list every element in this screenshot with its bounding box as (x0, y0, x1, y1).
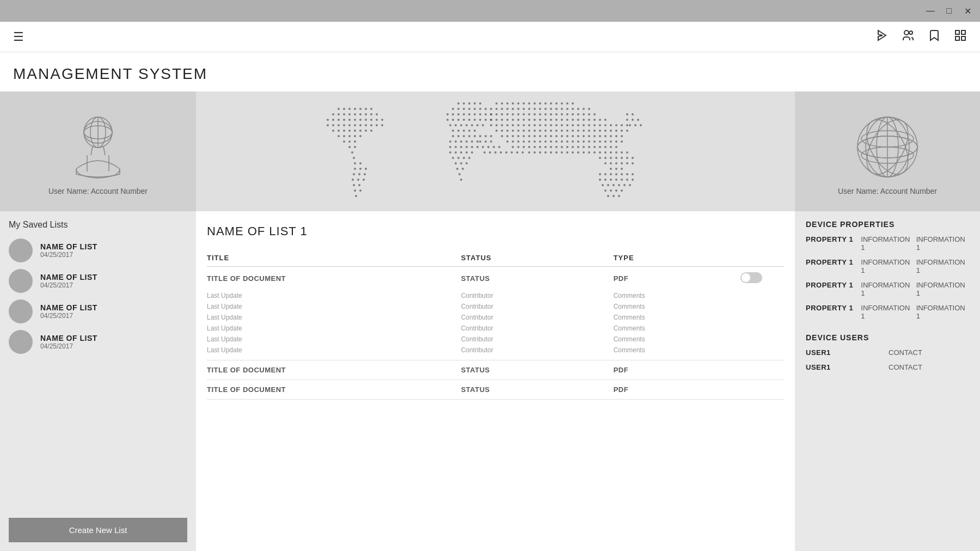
svg-rect-23 (332, 113, 334, 115)
svg-rect-122 (460, 124, 462, 126)
property-info2: INFORMATION 1 (916, 304, 969, 320)
svg-rect-125 (476, 124, 479, 126)
svg-rect-76 (354, 168, 356, 170)
asia (479, 102, 642, 197)
svg-rect-299 (539, 135, 541, 137)
svg-rect-370 (599, 151, 601, 154)
svg-rect-77 (359, 168, 362, 170)
svg-rect-261 (599, 124, 601, 126)
doc-sub-row: Last Update Contributor Comments (207, 323, 784, 334)
svg-rect-279 (561, 130, 563, 132)
list-content: NAME OF LIST 1 TITLE STATUS TYPE TITLE O… (196, 211, 795, 413)
svg-rect-116 (474, 119, 476, 121)
svg-rect-356 (615, 146, 617, 148)
svg-rect-147 (471, 146, 473, 148)
list-item[interactable]: NAME OF LIST 04/25/2017 (9, 238, 187, 262)
svg-rect-185 (517, 108, 519, 110)
svg-rect-144 (455, 146, 457, 148)
device-property-row: PROPERTY 1 INFORMATION 1 INFORMATION 1 (806, 304, 969, 320)
svg-rect-295 (517, 135, 519, 137)
sub-update: Last Update (207, 325, 461, 332)
svg-rect-382 (632, 157, 634, 159)
users-icon[interactable] (902, 29, 915, 45)
svg-rect-314 (621, 135, 623, 137)
svg-rect-293 (506, 135, 509, 137)
list-item-name: NAME OF LIST (40, 303, 97, 312)
svg-rect-237 (588, 119, 590, 121)
list-item[interactable]: NAME OF LIST 04/25/2017 (9, 330, 187, 354)
grid-icon[interactable] (954, 29, 967, 45)
svg-rect-91 (463, 102, 465, 105)
svg-rect-150 (455, 151, 457, 154)
svg-rect-376 (599, 157, 601, 159)
svg-rect-243 (501, 124, 503, 126)
close-button[interactable]: ✕ (961, 5, 973, 17)
svg-rect-365 (572, 151, 574, 154)
svg-rect-240 (604, 119, 607, 121)
svg-rect-250 (539, 124, 541, 126)
svg-rect-57 (348, 130, 351, 132)
svg-rect-300 (544, 135, 547, 137)
doc-title: TITLE OF DOCUMENT (207, 366, 461, 374)
svg-rect-221 (501, 119, 503, 121)
svg-rect-30 (370, 113, 372, 115)
svg-rect-58 (354, 130, 356, 132)
list-item[interactable]: NAME OF LIST 04/25/2017 (9, 269, 187, 293)
list-item[interactable]: NAME OF LIST 04/25/2017 (9, 299, 187, 323)
svg-rect-95 (452, 108, 454, 110)
svg-rect-40 (370, 119, 372, 121)
property-label: PROPERTY 1 (806, 281, 859, 297)
svg-rect-206 (528, 113, 530, 115)
device-users-section: DEVICE USERS USER1 CONTACT USER1 CONTACT (806, 333, 969, 371)
header-right (875, 29, 967, 45)
svg-rect-115 (468, 119, 470, 121)
send-icon[interactable] (875, 29, 889, 45)
property-label: PROPERTY 1 (806, 258, 859, 274)
svg-rect-24 (338, 113, 340, 115)
device-properties-section: DEVICE PROPERTIES PROPERTY 1 INFORMATION… (806, 220, 969, 320)
svg-rect-201 (501, 113, 503, 115)
svg-rect-247 (523, 124, 525, 126)
svg-rect-136 (474, 135, 476, 137)
device-property-row: PROPERTY 1 INFORMATION 1 INFORMATION 1 (806, 281, 969, 297)
svg-rect-402 (615, 179, 617, 181)
svg-rect-262 (604, 124, 607, 126)
svg-rect-158 (455, 162, 457, 164)
svg-rect-108 (479, 113, 481, 115)
svg-rect-51 (370, 124, 372, 126)
svg-rect-236 (583, 119, 585, 121)
svg-point-2 (909, 31, 912, 34)
hamburger-icon[interactable]: ☰ (13, 30, 24, 44)
property-info1: INFORMATION 1 (861, 258, 914, 274)
svg-rect-54 (332, 130, 334, 132)
create-new-list-button[interactable]: Create New List (9, 518, 187, 542)
svg-rect-123 (465, 124, 468, 126)
sub-update: Last Update (207, 335, 461, 343)
minimize-button[interactable]: — (924, 5, 936, 17)
svg-rect-248 (528, 124, 530, 126)
svg-rect-169 (517, 102, 519, 105)
maximize-button[interactable]: □ (943, 5, 955, 17)
svg-rect-159 (460, 162, 462, 164)
svg-rect-73 (353, 157, 355, 159)
svg-rect-60 (365, 130, 367, 132)
svg-rect-444 (640, 124, 642, 126)
toggle-switch[interactable] (740, 272, 762, 283)
svg-rect-345 (555, 146, 558, 148)
svg-rect-79 (353, 173, 355, 175)
svg-rect-181 (495, 108, 498, 110)
page-title-bar: MANAGEMENT SYSTEM (0, 52, 980, 91)
svg-rect-205 (523, 113, 525, 115)
user-contact-cell: CONTACT (889, 363, 969, 371)
svg-rect-251 (544, 124, 547, 126)
svg-rect-414 (615, 189, 617, 192)
left-panel: User Name: Account Number My Saved Lists… (0, 91, 196, 551)
doc-sub-row: Last Update Contributor Comments (207, 334, 784, 345)
svg-rect-109 (485, 113, 487, 115)
svg-rect-319 (528, 140, 530, 143)
list-item-info: NAME OF LIST 04/25/2017 (40, 273, 97, 289)
svg-rect-27 (354, 113, 356, 115)
svg-rect-379 (615, 157, 617, 159)
bookmark-icon[interactable] (928, 29, 941, 45)
svg-marker-0 (878, 30, 886, 40)
